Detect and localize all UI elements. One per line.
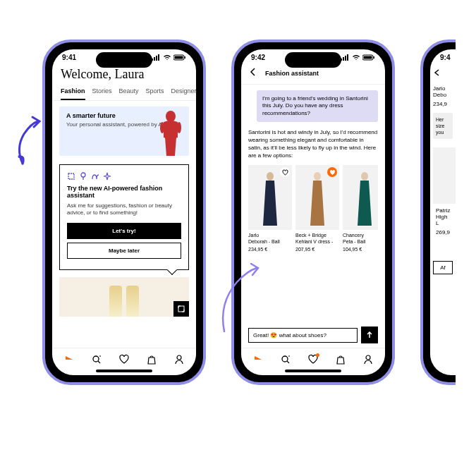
nav-search-icon[interactable] — [280, 354, 291, 365]
phone-home: 9:41 Welcome, Laura Fashion Stories Beau… — [42, 39, 206, 385]
signal-icon — [152, 54, 161, 61]
card-speech-tail — [167, 265, 177, 275]
product-price: 269,9 — [433, 228, 453, 237]
svg-point-25 — [314, 172, 321, 181]
hero-model-image — [157, 109, 185, 156]
nav-bag-icon[interactable] — [146, 354, 157, 365]
nav-search-icon[interactable] — [91, 354, 102, 365]
product-image — [343, 165, 378, 230]
expand-icon[interactable] — [173, 301, 189, 317]
product-price: 104,95 € — [343, 247, 378, 252]
hero-banner[interactable]: A smarter future Your personal assistant… — [59, 106, 189, 156]
send-button[interactable] — [361, 327, 378, 343]
wishlist-icon[interactable] — [280, 167, 290, 177]
nav-wishlist-icon[interactable] — [118, 354, 130, 365]
wishlist-icon[interactable] — [327, 167, 337, 177]
product-image — [109, 286, 122, 317]
nav-home-icon[interactable] — [63, 354, 75, 365]
category-tabs: Fashion Stories Beauty Sports Designer — [52, 87, 196, 101]
product-price: 207,95 € — [295, 247, 339, 252]
svg-rect-2 — [156, 56, 157, 61]
card-title: Try the new AI-powered fashion assistant — [67, 185, 181, 199]
bottom-tabbar — [241, 348, 385, 368]
battery-icon — [173, 54, 186, 61]
svg-point-26 — [361, 172, 368, 181]
svg-point-27 — [282, 356, 288, 362]
product-name: ChanceryPeta - Ball — [343, 233, 378, 245]
product-image — [248, 165, 292, 230]
product-image — [295, 165, 339, 230]
assistant-promo-card: Try the new AI-powered fashion assistant… — [59, 164, 189, 270]
svg-point-24 — [267, 172, 274, 181]
svg-point-16 — [177, 355, 181, 360]
product-name: Beck + BridgeKehlani V dress - Ball — [295, 233, 339, 245]
tab-fashion[interactable]: Fashion — [61, 87, 85, 100]
svg-rect-13 — [178, 306, 184, 312]
flow-arrow-icon — [216, 261, 265, 338]
product-carousel[interactable]: JarloDeborah - Ball gown 234,95 € Beck +… — [248, 165, 378, 252]
status-time: 9:4 — [440, 54, 450, 61]
svg-rect-6 — [185, 56, 186, 59]
status-bar: 9:4 — [430, 49, 456, 63]
svg-rect-5 — [175, 56, 183, 59]
nav-account-icon[interactable] — [173, 354, 185, 365]
back-icon[interactable] — [248, 67, 258, 80]
user-message: I'm going to a friend's wedding in Santo… — [257, 90, 378, 122]
assistant-message: Her size you — [433, 113, 453, 139]
status-time: 9:41 — [62, 54, 76, 61]
tab-beauty[interactable]: Beauty — [119, 87, 139, 100]
card-decorative-icons — [67, 172, 181, 181]
nav-home-icon[interactable] — [252, 354, 264, 365]
tab-stories[interactable]: Stories — [92, 87, 112, 100]
svg-rect-1 — [154, 57, 155, 61]
phone-notch — [96, 52, 152, 68]
chat-title: Fashion assistant — [265, 70, 319, 77]
svg-rect-23 — [374, 56, 375, 59]
product-image — [126, 286, 139, 317]
phone-notch — [285, 52, 341, 68]
svg-rect-10 — [68, 173, 74, 179]
product-card[interactable]: ChanceryPeta - Ball 104,95 € — [343, 165, 378, 252]
nav-bag-icon[interactable] — [335, 354, 346, 365]
svg-line-28 — [287, 361, 289, 363]
back-icon[interactable] — [430, 63, 456, 84]
lets-try-button[interactable]: Let's try! — [67, 223, 181, 239]
svg-point-11 — [81, 173, 85, 177]
svg-point-8 — [160, 122, 164, 133]
product-tile[interactable] — [59, 277, 189, 317]
hero-subtitle: Your personal assistant, powered by AI. — [66, 121, 165, 128]
notification-dot-icon — [316, 353, 319, 357]
product-card[interactable]: PatrizHigh L 269,9 — [433, 147, 453, 237]
nav-wishlist-icon[interactable] — [307, 354, 319, 365]
wifi-icon — [352, 54, 360, 61]
product-price: 234,95 € — [248, 247, 292, 252]
nav-account-icon[interactable] — [362, 354, 374, 365]
product-name: PatrizHigh L — [433, 206, 453, 228]
product-name: JarloDebo — [430, 84, 456, 99]
suggestion-chip[interactable]: Af — [433, 261, 453, 274]
status-time: 9:42 — [251, 54, 265, 61]
svg-point-7 — [166, 111, 176, 122]
product-image — [433, 147, 456, 204]
svg-rect-20 — [347, 54, 348, 61]
flow-arrow-icon — [10, 106, 45, 169]
signal-icon — [341, 54, 350, 61]
card-body: Ask me for suggestions, fashion or beaut… — [67, 202, 181, 217]
tab-designer[interactable]: Designer — [171, 87, 196, 100]
product-name: JarloDeborah - Ball gown — [248, 233, 292, 245]
home-indicator — [96, 370, 152, 372]
svg-line-15 — [98, 361, 100, 363]
home-indicator — [285, 370, 341, 372]
maybe-later-button[interactable]: Maybe later — [67, 243, 181, 259]
svg-rect-18 — [343, 57, 344, 61]
svg-point-9 — [177, 122, 181, 133]
tab-sports[interactable]: Sports — [146, 87, 164, 100]
product-card[interactable]: JarloDeborah - Ball gown 234,95 € — [248, 165, 292, 252]
assistant-message: Santorini is hot and windy in July, so I… — [248, 129, 378, 159]
svg-rect-22 — [364, 56, 372, 59]
svg-rect-3 — [158, 54, 159, 61]
hero-title: A smarter future — [66, 112, 165, 119]
svg-rect-19 — [345, 56, 346, 61]
svg-point-14 — [93, 356, 99, 362]
product-card[interactable]: Beck + BridgeKehlani V dress - Ball 207,… — [295, 165, 339, 252]
